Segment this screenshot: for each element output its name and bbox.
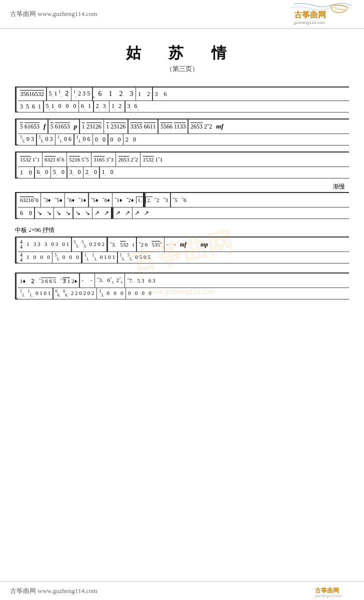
bar-4-upper: 𝅻 6 1 2 3 (93, 90, 136, 98)
s4-l1: 6 0 (18, 210, 34, 216)
dynamic-p: p (72, 122, 80, 130)
tempo-style: 抒情 (42, 226, 54, 234)
s4-b7: ≈5 ≈6 (171, 196, 188, 204)
s5-b2: 55. 55. 0 2 0 2 (72, 240, 106, 248)
s5-l2: 55. 0 0 0 (52, 253, 81, 262)
s3-b5: 2653 2≈2 (116, 156, 140, 163)
s2-b6: 5566 1133 (158, 123, 188, 130)
logo-svg: 古筝曲网 guzheng114.com (289, 2, 354, 26)
system-5: 44 1 3 3 3 0 3 0 1 55. 55. 0 2 0 2 ≈3. 5… (15, 236, 349, 264)
s6-l4: 0 0 0 0 (126, 290, 154, 296)
svg-line-2 (333, 7, 345, 10)
s3-l4: 3. 0 (68, 168, 83, 177)
s2-b2: 5 61653 (48, 123, 72, 130)
s5-l4: 55. 55. 0 5 0 5 (118, 253, 152, 262)
staff-upper-3: 1532 1≈1 6321 6≈6 5216 5≈5 3165 3≈3 2653… (18, 152, 349, 166)
score-page: 古筝曲网 www.guzheng114.com 古筝曲网 guzheng114.… (0, 0, 364, 600)
svg-text:古筝曲网: 古筝曲网 (294, 10, 326, 19)
bar-4-lower: 2. 3. (94, 102, 109, 111)
s4-b2: ≈3♦ ≈5♦ (41, 196, 64, 204)
staff-upper-2: 5 61653 f 5 61653 p 1 23126 1 23126 3355… (18, 118, 349, 134)
s2-l5: 0 0 (93, 136, 108, 143)
tempo-note: ♩=96 (28, 226, 42, 234)
logo-area: 古筝曲网 guzheng114.com (289, 2, 354, 26)
s3-b2: 6321 6≈6 (42, 156, 66, 163)
s4-l2: ↘ ↘ (35, 210, 54, 216)
staves-2: 5 61653 f 5 61653 p 1 23126 1 23126 3355… (18, 118, 349, 146)
s3-b4: 3165 3≈3 (92, 156, 116, 163)
bar-1-upper: 35616532 (18, 90, 46, 98)
s2-b7: 2653 2≈2 (188, 122, 214, 130)
title-area: 姑 苏 情 （第三页） (0, 29, 364, 82)
s3-l2: 6. 0 (35, 168, 50, 177)
s4-l6: ↗ ↗ (114, 210, 132, 216)
s6-b1: 1♦ 2̣ >3 6 6 5 >3̄ 1 2♦ (18, 277, 79, 284)
s6-l2: 66. 66. 2 2 0 2 0 2 (54, 289, 96, 298)
tempo-marking: 中板 ♩=96 抒情 (15, 226, 349, 234)
bar-2-upper: 5. 1 1. 2̣ (47, 90, 71, 98)
second-ending: 2. (146, 196, 153, 204)
system-6: 1♦ 2̣ >3 6 6 5 >3̄ 1 2♦ - - ≈3. 675 275 … (15, 272, 349, 300)
bar-2-lower: 5. 1. 0 0 0 (44, 102, 78, 111)
dynamic-mf-2: mf (178, 241, 188, 248)
s2-l3: 11. 0 6 (56, 135, 74, 144)
s4-b6: ≈2 ≈3 (152, 196, 170, 204)
s3-l1: 1 0 (18, 169, 34, 176)
svg-text:guzheng114.com: guzheng114.com (315, 594, 342, 598)
jian-man-label: 渐慢 (15, 182, 349, 191)
bar-6-lower: 3. 6. (126, 102, 140, 111)
footer-text: 古筝曲网 www.guzheng114.com (10, 586, 98, 596)
s2-b1: 5 61653 (18, 123, 42, 130)
staff-upper-5: 44 1 3 3 3 0 3 0 1 55. 55. 0 2 0 2 ≈3. 5… (18, 236, 349, 252)
s3-l5: 2. 0 (84, 168, 99, 177)
staves-6: 1♦ 2̣ >3 6 6 5 >3̄ 1 2♦ - - ≈3. 675 275 … (18, 272, 349, 300)
s4-l3: ↘ ↘ (54, 210, 72, 216)
dynamic-mp: mp (198, 241, 210, 248)
site-url-left: 古筝曲网 www.guzheng114.com (10, 10, 98, 18)
s3-l6: 1. 0 (100, 168, 116, 177)
tempo-text: 中板 (15, 226, 28, 234)
piece-title: 姑 苏 情 (0, 38, 364, 64)
staff-upper-6: 1♦ 2̣ >3 6 6 5 >3̄ 1 2♦ - - ≈3. 675 275 … (18, 272, 349, 288)
dynamic-f: f (42, 122, 48, 130)
staves-1: 35616532 5. 1 1. 2̣ 1. 2 3 5 𝅻 6 1 2 3 1… (18, 86, 349, 112)
system-1: 35616532 5. 1 1. 2̣ 1. 2 3 5 𝅻 6 1 2 3 1… (15, 86, 349, 112)
s4-b3: ≈6♦ ≈1♦ (65, 196, 88, 204)
s5-l1: 1 0 0 0 (24, 254, 52, 260)
s4-b4: ≈5♦ ≈6♦ (89, 196, 112, 204)
bar-1-lower: 3 5 6 1 (18, 103, 43, 110)
staves-4: 63216≈6 ≈3♦ ≈5♦ ≈6♦ ≈1♦ ≈5♦ ≈6♦ ≈1♦ ≈2♦ … (18, 192, 349, 219)
bar-5-lower: 1. 2. (110, 102, 124, 111)
footer-logo: 古筝曲网 guzheng114.com (314, 584, 354, 598)
piece-subtitle: （第三页） (0, 64, 364, 74)
time-sig: 44 (20, 240, 22, 250)
s2-l1: 55. 0 3 (18, 135, 36, 144)
time-sig-lower: 44 (20, 252, 22, 262)
bar-3-upper: 1. 2 3 5 (72, 90, 92, 98)
staves-5: 44 1 3 3 3 0 3 0 1 55. 55. 0 2 0 2 ≈3. 5… (18, 236, 349, 264)
s2-b3: 1 23126 (80, 123, 104, 130)
s2-b5: 3355 6611 (128, 123, 158, 130)
s3-b3: 5216 5≈5 (67, 156, 91, 163)
staff-lower-6: 11. 11. 0 1 0 1 66. 66. 2 2 0 2 0 2 33. … (18, 288, 349, 300)
s6-b3: ≈3. 675 275 (95, 276, 124, 284)
s5-l3: 11. 11. 0 1 0 1 (82, 253, 117, 262)
svg-text:古筝曲网: 古筝曲网 (315, 587, 339, 594)
top-bar: 古筝曲网 www.guzheng114.com 古筝曲网 guzheng114.… (0, 0, 364, 29)
staff-upper-4: 63216≈6 ≈3♦ ≈5♦ ≈6♦ ≈1♦ ≈5♦ ≈6♦ ≈1♦ ≈2♦ … (18, 192, 349, 207)
s4-l4: ↘ ↘ (74, 210, 92, 216)
bar-3-lower: 6. 1 (79, 102, 93, 111)
s6-l3: 33. 0 0 0 (97, 289, 126, 298)
staff-lower-4: 6 0 ↘ ↘ ↘ ↘ ↘ ↘ ↗ ↗ ↗ ↗ ↗ ↗ (18, 207, 349, 219)
s5-b4: ≈2 6 535≈ (137, 241, 164, 248)
s2-l4: 11. 0 6 (74, 135, 92, 144)
s6-b4: ≈7. 5 3 6 3 (125, 277, 157, 284)
s5-b1: 1 3 3 3 0 3 0 1 (24, 241, 71, 248)
svg-line-3 (334, 9, 346, 10)
s6-l1: 11. 11. 0 1 0 1 (18, 289, 52, 298)
s6-b2: - - (80, 277, 94, 284)
staff-lower-5: 44 1 0 0 0 55. 0 0 0 11. 11. 0 1 0 1 55.… (18, 252, 349, 264)
staff-lower-2: 55. 0 3 55. 0 3 11. 0 6 11. 0 6 0 0 0 0 … (18, 134, 349, 146)
s3-b1: 1532 1≈1 (18, 156, 42, 163)
s3-b6: 1532 1≈1 (140, 156, 164, 163)
